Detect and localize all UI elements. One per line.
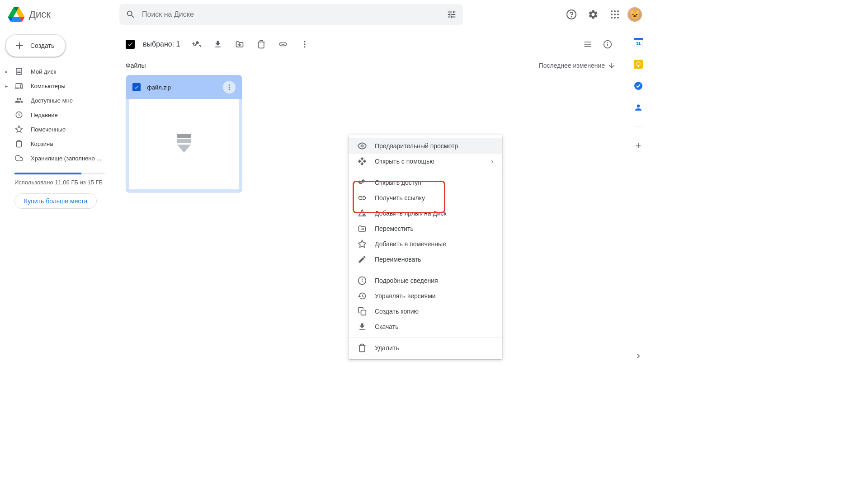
file-checkbox[interactable] (132, 83, 141, 91)
sidebar-item-computers[interactable]: ▸ Компьютеры (4, 79, 110, 93)
svg-rect-29 (634, 38, 643, 40)
sidebar-item-recent[interactable]: Недавние (4, 108, 110, 122)
ctx-label: Скачать (375, 323, 399, 330)
ctx-move[interactable]: Переместить (349, 221, 502, 236)
svg-point-6 (614, 14, 616, 15)
ctx-label: Добавить ярлык на Диск (375, 210, 447, 217)
ctx-copy[interactable]: Создать копию (349, 304, 502, 319)
cloud-icon (14, 154, 24, 163)
nav-label: Недавние (31, 112, 58, 118)
info-button[interactable] (599, 35, 617, 53)
sidebar-item-shared[interactable]: Доступные мне (4, 93, 110, 108)
ctx-get-link[interactable]: Получить ссылку (349, 190, 502, 206)
rename-icon (358, 255, 367, 264)
keep-icon[interactable] (634, 60, 643, 69)
section-header: Файлы Последнее изменение (116, 60, 626, 75)
star-icon (14, 125, 24, 134)
svg-rect-27 (361, 310, 366, 315)
header: Диск 🐱 (0, 0, 651, 29)
section-title: Файлы (126, 62, 146, 69)
sort-control[interactable]: Последнее изменение (539, 61, 616, 70)
search-bar[interactable] (119, 4, 463, 25)
svg-point-5 (611, 14, 613, 15)
svg-point-26 (362, 279, 363, 279)
selection-checkbox[interactable] (126, 40, 135, 49)
tasks-icon[interactable] (634, 81, 643, 90)
share-button[interactable] (187, 35, 205, 53)
divider (634, 127, 643, 127)
logo-area[interactable]: Диск (7, 5, 119, 23)
ctx-download[interactable]: Скачать (349, 319, 502, 334)
svg-point-12 (304, 41, 306, 42)
storage-fill (14, 173, 81, 174)
file-more-button[interactable] (223, 81, 236, 94)
selection-toolbar: выбрано: 1 (116, 29, 626, 60)
ctx-delete[interactable]: Удалить (349, 340, 502, 356)
star-icon (358, 239, 367, 249)
link-icon (358, 193, 367, 202)
main-content: выбрано: 1 Файлы Последнее изменение (116, 29, 626, 366)
svg-text:31: 31 (636, 41, 641, 46)
buy-storage-button[interactable]: Купить больше места (14, 193, 97, 209)
ctx-label: Добавить в помеченные (375, 240, 446, 248)
zip-icon (176, 132, 192, 156)
svg-rect-22 (177, 139, 191, 143)
svg-point-3 (614, 10, 616, 12)
product-name: Диск (29, 9, 51, 20)
ctx-star[interactable]: Добавить в помеченные (349, 236, 502, 252)
storage-section: Использовано 11,06 ГБ из 15 ГБ Купить бо… (4, 166, 110, 211)
list-view-button[interactable] (579, 35, 597, 53)
download-button[interactable] (209, 35, 227, 53)
storage-text: Использовано 11,06 ГБ из 15 ГБ (14, 178, 105, 187)
download-icon (358, 322, 367, 331)
drive-logo-icon (7, 5, 25, 23)
nav-label: Компьютеры (31, 83, 66, 89)
ctx-label: Открыть с помощью (375, 158, 434, 165)
calendar-icon[interactable]: 31 (634, 38, 643, 47)
ctx-versions[interactable]: Управлять версиями (349, 288, 502, 304)
chevron-right-icon: ▸ (5, 69, 8, 74)
header-actions: 🐱 (562, 5, 644, 23)
sidebar: Создать ▸ Мой диск ▸ Компьютеры Доступны… (0, 29, 116, 366)
move-button[interactable] (231, 35, 249, 53)
collapse-panel-button[interactable] (634, 352, 643, 361)
svg-rect-31 (634, 60, 643, 69)
sidebar-item-storage[interactable]: Хранилище (заполнено ... (4, 151, 110, 165)
more-button[interactable] (296, 35, 314, 53)
ctx-rename[interactable]: Переименовать (349, 252, 502, 267)
side-panel: 31 + (626, 29, 651, 366)
svg-point-34 (634, 82, 642, 90)
sidebar-item-starred[interactable]: Помеченные (4, 122, 110, 136)
file-name: файл.zip (147, 84, 217, 91)
sidebar-item-my-drive[interactable]: ▸ Мой диск (4, 64, 110, 79)
ctx-add-shortcut[interactable]: Добавить ярлык на Диск (349, 206, 502, 221)
people-icon (14, 96, 24, 105)
context-menu: Предварительный просмотр Открыть с помощ… (349, 135, 502, 359)
add-addon-button[interactable]: + (634, 141, 643, 150)
nav-label: Хранилище (заполнено ... (31, 155, 101, 162)
tune-icon[interactable] (447, 9, 457, 19)
settings-icon[interactable] (584, 5, 602, 23)
ctx-label: Управлять версиями (375, 292, 436, 300)
file-card[interactable]: файл.zip (126, 75, 242, 192)
nav-label: Корзина (31, 141, 53, 147)
ctx-open-with[interactable]: Открыть с помощью › (349, 154, 502, 169)
create-button[interactable]: Создать (5, 34, 66, 57)
contacts-icon[interactable] (634, 103, 643, 112)
search-input[interactable] (142, 10, 440, 19)
separator (349, 270, 502, 270)
svg-point-8 (611, 17, 613, 19)
ctx-preview[interactable]: Предварительный просмотр (349, 138, 502, 154)
ctx-label: Переместить (375, 225, 414, 232)
ctx-label: Подробные сведения (375, 277, 438, 284)
delete-button[interactable] (252, 35, 270, 53)
help-icon[interactable] (562, 5, 580, 23)
avatar[interactable]: 🐱 (627, 7, 642, 22)
ctx-label: Переименовать (375, 256, 421, 263)
svg-point-9 (614, 17, 616, 19)
apps-icon[interactable] (606, 5, 624, 23)
ctx-details[interactable]: Подробные сведения (349, 273, 502, 288)
ctx-share[interactable]: Открыть доступ (349, 175, 502, 190)
link-button[interactable] (274, 35, 292, 53)
sidebar-item-trash[interactable]: Корзина (4, 136, 110, 151)
